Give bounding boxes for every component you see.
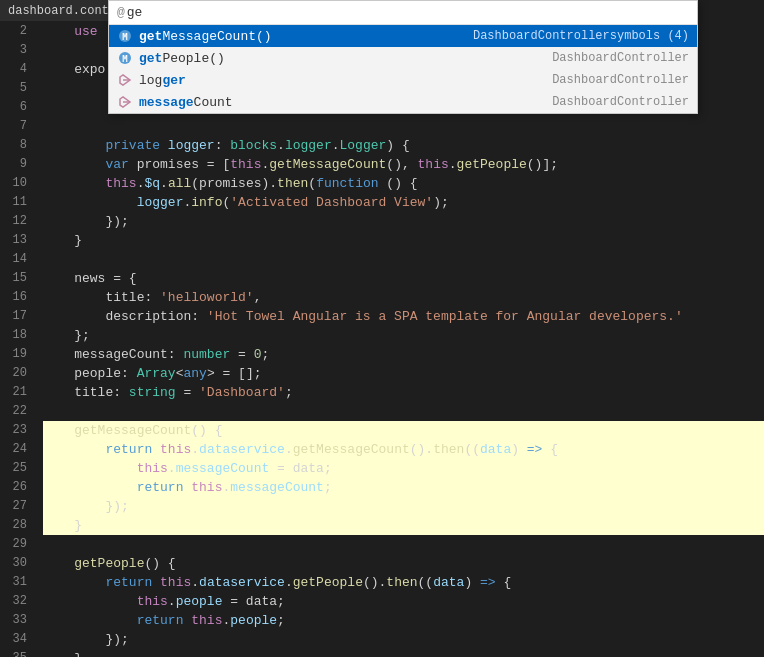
rest-messagecount: MessageCount() [162, 29, 271, 44]
line-num-25: 25 [0, 459, 27, 478]
item-class-logger: DashboardController [552, 73, 689, 87]
item-name-getpeople: getPeople() [139, 51, 544, 66]
code-line-19: messageCount: number = 0; [43, 345, 764, 364]
code-line-11: logger.info('Activated Dashboard View'); [43, 193, 764, 212]
code-line-21: title: string = 'Dashboard'; [43, 383, 764, 402]
item-class-messagecount: DashboardController [552, 95, 689, 109]
line-num-14: 14 [0, 250, 27, 269]
item-symbols: symbols (4) [610, 29, 689, 43]
line-num-32: 32 [0, 592, 27, 611]
line-num-10: 10 [0, 174, 27, 193]
line-num-7: 7 [0, 117, 27, 136]
line-num-13: 13 [0, 231, 27, 250]
line-num-17: 17 [0, 307, 27, 326]
property-icon-messagecount [117, 94, 133, 110]
line-num-20: 20 [0, 364, 27, 383]
autocomplete-item-logger[interactable]: logger DashboardController [109, 69, 697, 91]
code-line-8: private logger: blocks.logger.Logger) { [43, 136, 764, 155]
line-num-29: 29 [0, 535, 27, 554]
match-ger: ger [162, 73, 185, 88]
line-num-6: 6 [0, 98, 27, 117]
line-num-8: 8 [0, 136, 27, 155]
code-line-17: description: 'Hot Towel Angular is a SPA… [43, 307, 764, 326]
code-line-7 [43, 117, 764, 136]
search-query: ge [127, 5, 143, 20]
line-num-18: 18 [0, 326, 27, 345]
line-num-5: 5 [0, 79, 27, 98]
code-line-33: return this.people; [43, 611, 764, 630]
line-num-31: 31 [0, 573, 27, 592]
autocomplete-item-messagecount[interactable]: messageCount DashboardController [109, 91, 697, 113]
code-line-12: }); [43, 212, 764, 231]
line-num-12: 12 [0, 212, 27, 231]
code-line-14 [43, 250, 764, 269]
match-get-1: get [139, 29, 162, 44]
line-num-24: 24 [0, 440, 27, 459]
code-line-35: } [43, 649, 764, 657]
line-num-22: 22 [0, 402, 27, 421]
method-icon-getmessagecount: M [117, 28, 133, 44]
item-class-getpeople: DashboardController [552, 51, 689, 65]
line-num-30: 30 [0, 554, 27, 573]
code-content[interactable]: use expo private logger: blocks.logger.L… [35, 22, 764, 657]
method-icon-getpeople: M [117, 50, 133, 66]
item-name-getmessagecount: getMessageCount() [139, 29, 465, 44]
at-symbol: @ [117, 5, 125, 20]
line-num-2: 2 [0, 22, 27, 41]
autocomplete-search-bar: @ge [109, 1, 697, 25]
svg-text:M: M [122, 32, 128, 42]
autocomplete-dropdown[interactable]: @ge M getMessageCount() DashboardControl… [108, 0, 698, 114]
code-line-26: return this.messageCount; [43, 478, 764, 497]
line-num-27: 27 [0, 497, 27, 516]
code-line-13: } [43, 231, 764, 250]
code-line-22 [43, 402, 764, 421]
code-line-29 [43, 535, 764, 554]
svg-text:M: M [122, 54, 128, 64]
rest-count: Count [194, 95, 233, 110]
line-num-35: 35 [0, 649, 27, 657]
line-num-23: 23 [0, 421, 27, 440]
code-line-20: people: Array<any> = []; [43, 364, 764, 383]
line-num-19: 19 [0, 345, 27, 364]
line-num-34: 34 [0, 630, 27, 649]
line-numbers: 2 3 4 5 6 7 8 9 10 11 12 13 14 15 16 17 … [0, 22, 35, 657]
line-num-28: 28 [0, 516, 27, 535]
code-line-15: news = { [43, 269, 764, 288]
code-line-30: getPeople() { [43, 554, 764, 573]
code-line-10: this.$q.all(promises).then(function () { [43, 174, 764, 193]
code-line-24: return this.dataservice.getMessageCount(… [43, 440, 764, 459]
line-num-16: 16 [0, 288, 27, 307]
line-num-21: 21 [0, 383, 27, 402]
code-line-9: var promises = [this.getMessageCount(), … [43, 155, 764, 174]
code-line-28: } [43, 516, 764, 535]
code-line-31: return this.dataservice.getPeople().then… [43, 573, 764, 592]
line-num-4: 4 [0, 60, 27, 79]
code-line-18: }; [43, 326, 764, 345]
line-num-33: 33 [0, 611, 27, 630]
item-class-getmessagecount: DashboardController [473, 29, 610, 43]
autocomplete-item-getpeople[interactable]: M getPeople() DashboardController [109, 47, 697, 69]
code-line-34: }); [43, 630, 764, 649]
code-line-32: this.people = data; [43, 592, 764, 611]
match-message: message [139, 95, 194, 110]
line-num-3: 3 [0, 41, 27, 60]
match-get-2: get [139, 51, 162, 66]
code-line-27: }); [43, 497, 764, 516]
logger-prefix: log [139, 73, 162, 88]
code-editor: 2 3 4 5 6 7 8 9 10 11 12 13 14 15 16 17 … [0, 22, 764, 657]
line-num-9: 9 [0, 155, 27, 174]
code-line-25: this.messageCount = data; [43, 459, 764, 478]
line-num-15: 15 [0, 269, 27, 288]
autocomplete-item-getmessagecount[interactable]: M getMessageCount() DashboardController … [109, 25, 697, 47]
line-num-26: 26 [0, 478, 27, 497]
rest-people: People() [162, 51, 224, 66]
code-line-16: title: 'helloworld', [43, 288, 764, 307]
item-name-logger: logger [139, 73, 544, 88]
property-icon-logger [117, 72, 133, 88]
code-line-23: getMessageCount() { [43, 421, 764, 440]
line-num-11: 11 [0, 193, 27, 212]
item-name-messagecount: messageCount [139, 95, 544, 110]
